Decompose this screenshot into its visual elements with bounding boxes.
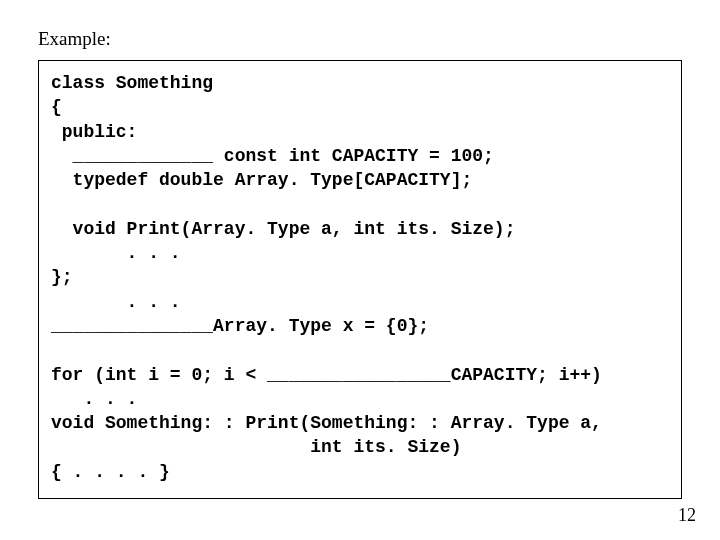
code-block: class Something { public: _____________ … xyxy=(38,60,682,499)
example-heading: Example: xyxy=(38,28,682,50)
page-number: 12 xyxy=(678,505,696,526)
